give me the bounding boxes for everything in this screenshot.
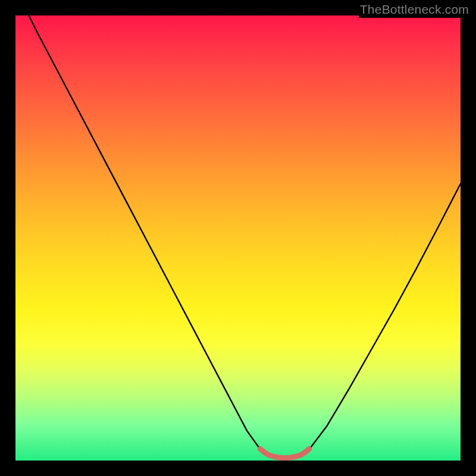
main-curve (15, 15, 461, 458)
watermark-label: TheBottleneck.com (359, 2, 470, 18)
accent-curve (260, 449, 309, 458)
curve-layer (15, 15, 461, 461)
chart-container (15, 15, 461, 461)
